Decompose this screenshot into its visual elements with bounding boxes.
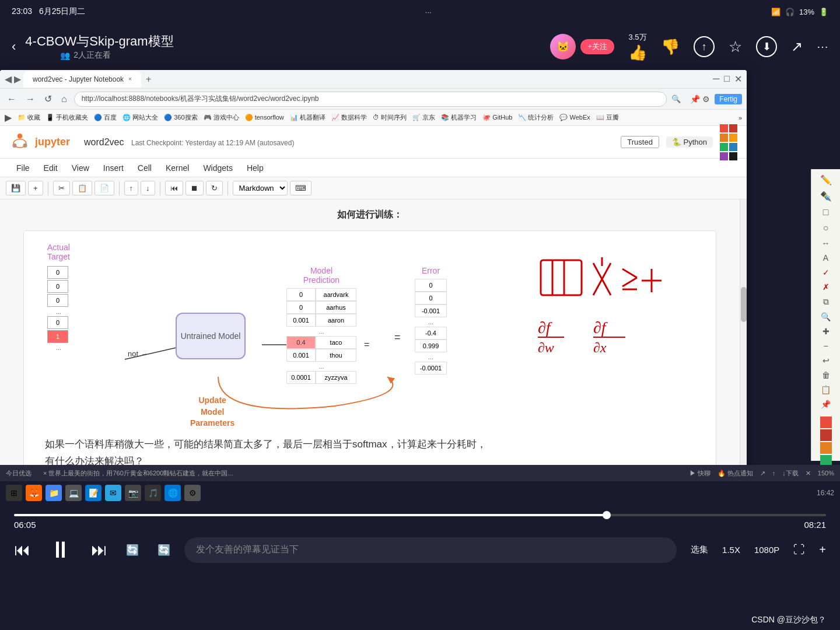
shape-rect[interactable]: □ <box>821 205 831 219</box>
maximize-button[interactable]: □ <box>724 74 730 85</box>
taskbar-icon-7[interactable]: 📷 <box>125 485 141 501</box>
bookmark-shoucang[interactable]: 📁收藏 <box>18 113 40 122</box>
bookmark-360[interactable]: 🔵 360搜索 <box>164 113 197 122</box>
paste-button[interactable]: 📄 <box>94 181 114 195</box>
follow-button[interactable]: +关注 <box>580 39 614 54</box>
bookmark-tensorflow[interactable]: 🟠 tensorflow <box>245 114 284 121</box>
color-yellow[interactable] <box>729 134 737 142</box>
draw-tool-1[interactable]: ✏️ <box>818 173 834 187</box>
color-black[interactable] <box>729 152 737 160</box>
thumbup-wrap[interactable]: 3.5万 👍 <box>628 32 647 62</box>
news-share-icon[interactable]: ↗ <box>760 470 765 477</box>
color-purple[interactable] <box>720 152 728 160</box>
news-close-icon[interactable]: ✕ <box>806 470 811 477</box>
minimize-button[interactable]: ─ <box>713 74 719 85</box>
taskbar-icon-2[interactable]: 🦊 <box>26 485 42 501</box>
bookmark-data[interactable]: 📈 数据科学 <box>331 113 367 122</box>
tab-close-button[interactable]: × <box>128 76 132 82</box>
download-wrap[interactable]: ⬇ <box>756 36 777 57</box>
user-avatar[interactable]: 🐱 <box>550 34 576 60</box>
bookmark-jd[interactable]: 🛒 京东 <box>412 113 435 122</box>
zoom-tool[interactable]: 🔍 <box>819 310 832 323</box>
copy-tool[interactable]: 📋 <box>819 383 832 396</box>
bookmark-douban[interactable]: 📖 豆瓣 <box>596 113 619 122</box>
bookmark-github[interactable]: 🐙 GitHub <box>482 114 512 121</box>
menu-edit[interactable]: Edit <box>37 161 65 175</box>
share-wrap[interactable]: ↗ <box>791 38 803 55</box>
bookmark-wangzhan[interactable]: 🌐 网站大全 <box>123 113 158 122</box>
taskbar-icon-10[interactable]: ⚙ <box>184 485 201 501</box>
upload-wrap[interactable]: ↑ <box>694 36 715 57</box>
browser-tab[interactable]: word2vec - Jupyter Notebook × <box>23 71 141 88</box>
draw-tool-2[interactable]: ✒️ <box>818 189 834 204</box>
keyboard-button[interactable]: ⌨ <box>290 181 312 195</box>
copy-button[interactable]: 📋 <box>72 181 92 195</box>
news-hot-icon[interactable]: 🔥 热点通知 <box>718 469 753 478</box>
swatch-darkred[interactable] <box>820 429 832 441</box>
skip-next-button[interactable]: ⏭ <box>91 540 107 559</box>
color-orange[interactable] <box>720 134 728 142</box>
text-tool[interactable]: A <box>821 251 830 264</box>
extension-icon[interactable]: 📌 <box>690 94 700 104</box>
menu-kernel[interactable]: Kernel <box>159 161 196 175</box>
shape-arrow-h[interactable]: ↔ <box>820 237 832 250</box>
menu-cell[interactable]: Cell <box>131 161 159 175</box>
taskbar-icon-1[interactable]: ⊞ <box>6 485 22 501</box>
pip-button[interactable]: + <box>819 543 826 556</box>
color-red[interactable] <box>720 124 728 132</box>
refresh-icon[interactable]: ↺ <box>42 92 54 106</box>
undo-tool[interactable]: ↩ <box>821 354 831 367</box>
fullscreen-button[interactable]: ⛶ <box>793 543 805 556</box>
speed-2-button[interactable]: 🔄 <box>158 544 170 556</box>
nav-back-icon[interactable]: ← <box>5 93 19 106</box>
bookmark-baidu[interactable]: 🔵 百度 <box>94 113 117 122</box>
taskbar-icon-4[interactable]: 💻 <box>65 485 82 501</box>
stop-button[interactable]: ⏹ <box>186 181 204 195</box>
select-episodes-button[interactable]: 选集 <box>691 544 708 555</box>
taskbar-icon-5[interactable]: 📝 <box>85 485 102 501</box>
bookmark-play-icon[interactable]: ▶ <box>5 112 12 123</box>
progress-thumb[interactable] <box>603 511 611 519</box>
browser-forward-btn[interactable]: ▶ <box>14 74 21 85</box>
paste-tool[interactable]: 📌 <box>819 398 832 411</box>
news-play-icon[interactable]: ▶ 快聊 <box>690 469 710 478</box>
checkmark-tool[interactable]: ✓ <box>821 266 831 279</box>
save-button[interactable]: 💾 <box>6 181 26 195</box>
bookmark-game[interactable]: 🎮 游戏中心 <box>204 113 239 122</box>
nav-forward-icon[interactable]: → <box>23 93 37 106</box>
bookmark-stats[interactable]: 📉 统计分析 <box>518 113 554 122</box>
taskbar-icon-6[interactable]: ✉ <box>105 485 121 501</box>
back-button[interactable]: ‹ <box>12 39 16 54</box>
bookmark-webex[interactable]: 💬 WebEx <box>559 114 590 121</box>
color-darkred[interactable] <box>729 124 737 132</box>
color-green[interactable] <box>720 143 728 151</box>
browser-back-btn[interactable]: ◀ <box>5 74 12 85</box>
bookmark-more[interactable]: » <box>738 114 742 121</box>
news-next-icon[interactable]: ↓下载 <box>782 469 799 478</box>
run-begin-button[interactable]: ⏮ <box>165 181 183 195</box>
close-button[interactable]: ✕ <box>734 74 742 85</box>
minus-tool[interactable]: − <box>821 340 830 352</box>
cell-type-select[interactable]: Markdown Code Raw <box>233 181 288 195</box>
taskbar-icon-9[interactable]: 🌐 <box>164 485 181 501</box>
news-prev-icon[interactable]: ↑ <box>772 470 776 477</box>
add-cell-button[interactable]: + <box>28 181 43 195</box>
swatch-red[interactable] <box>820 416 832 428</box>
more-wrap[interactable]: ⋯ <box>817 40 828 54</box>
quality-button[interactable]: 1080P <box>754 545 779 555</box>
menu-insert[interactable]: Insert <box>96 161 131 175</box>
menu-file[interactable]: File <box>9 161 37 175</box>
bookmark-mlbook[interactable]: 📚 机器学习 <box>441 113 477 122</box>
bookmark-phone[interactable]: 📱手机收藏夹 <box>46 113 88 122</box>
taskbar-icon-8[interactable]: 🎵 <box>145 485 161 501</box>
home-icon[interactable]: ⌂ <box>59 93 69 106</box>
bookmark-ml[interactable]: 📊 机器翻译 <box>290 113 326 122</box>
shape-circle[interactable]: ○ <box>821 221 831 235</box>
cut-button[interactable]: ✂ <box>53 181 70 195</box>
cross-tool[interactable]: ✗ <box>821 281 831 293</box>
move-tool[interactable]: ✚ <box>821 325 831 338</box>
swatch-orange[interactable] <box>820 442 832 454</box>
scrollbar-thumb[interactable] <box>741 287 747 322</box>
settings-icon[interactable]: ⚙ <box>702 94 710 104</box>
trusted-badge[interactable]: Trusted <box>621 136 659 148</box>
